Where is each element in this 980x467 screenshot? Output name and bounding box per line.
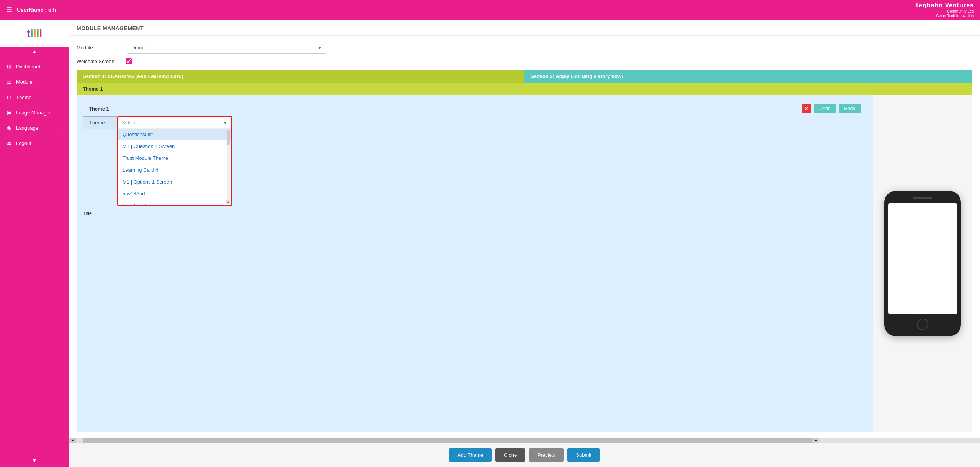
sidebar-item-image-manager[interactable]: ▣ Image Manager (0, 105, 69, 120)
header-left: ☰ UserName : tilli (6, 6, 56, 14)
theme-content: Theme 1 ✕ Undo Redo Theme Select... ▼ (77, 95, 972, 432)
language-icon: ◉ (6, 125, 12, 131)
dropdown-item-2[interactable]: Trust Module Theme (118, 152, 231, 164)
theme-undo-button[interactable]: Undo (814, 104, 836, 113)
hamburger-icon[interactable]: ☰ (6, 6, 12, 14)
theme-row-header: Theme 1 (77, 83, 972, 95)
phone-mockup (884, 191, 961, 336)
welcome-screen-row: Welcome Screen (77, 58, 972, 64)
sidebar-logo: tilli (0, 20, 69, 47)
dropdown-item-4[interactable]: M1 | Options 1 Screen (118, 176, 231, 188)
tilli-logo: tilli (27, 28, 42, 40)
scrollbar-thumb[interactable] (83, 438, 812, 443)
theme-delete-button[interactable]: ✕ (802, 104, 811, 113)
username-display: UserName : tilli (17, 7, 56, 13)
brand-sub2: Clean Tech Innovation (915, 14, 974, 18)
theme-panel: Theme 1 ✕ Undo Redo Theme Select... ▼ (77, 95, 873, 432)
theme-dropdown-list: QuestionsList M1 | Question 4 Screen Tru… (118, 129, 231, 205)
dropdown-item-3[interactable]: Learning Card 4 (118, 164, 231, 176)
section-bars: Section 1: LEARNING (Add Learning Card) … (77, 70, 972, 83)
scroll-right-arrow-icon[interactable]: ▸ (812, 438, 819, 443)
sidebar-scroll-up-arrow[interactable]: ▲ (0, 47, 69, 56)
theme-select-input[interactable]: Select... ▼ (118, 117, 231, 129)
module-select[interactable]: Demo ▼ (127, 42, 326, 54)
theme-icon: ◻ (6, 94, 12, 100)
sidebar-label-language: Language (16, 125, 38, 131)
dropdown-scrollbar (227, 130, 230, 204)
phone-speaker (913, 197, 932, 199)
sidebar-item-language[interactable]: ◉ Language › (0, 120, 69, 135)
sidebar-scroll-down-btn[interactable]: ▼ (28, 456, 41, 465)
logout-icon: ⏏ (6, 140, 12, 146)
module-select-chevron-icon[interactable]: ▼ (314, 43, 326, 53)
sidebar-label-dashboard: Dashboard (16, 64, 41, 70)
dropdown-scroll-down-icon[interactable]: ▼ (226, 200, 230, 204)
submit-button[interactable]: Submit (567, 448, 599, 462)
preview-button[interactable]: Preview (529, 448, 564, 462)
phone-mockup-container (873, 95, 972, 432)
sidebar-label-logout: Logout (16, 140, 31, 146)
add-theme-button[interactable]: Add Theme (449, 448, 492, 462)
sidebar-nav: ⊞ Dashboard ☰ Module ◻ Theme ▣ Image Man… (0, 56, 69, 454)
module-icon: ☰ (6, 79, 12, 85)
phone-home-button (917, 319, 928, 330)
clone-button[interactable]: Clone (495, 448, 525, 462)
title-row: Title (83, 210, 867, 216)
scrollbar-thumb (227, 130, 230, 145)
sidebar-label-module: Module (16, 79, 33, 85)
chevron-right-icon: › (61, 125, 63, 130)
module-form-row: Module Demo ▼ (77, 42, 972, 54)
dropdown-item-6[interactable]: IntroducePersons (118, 200, 231, 205)
title-label: Title (83, 210, 113, 216)
dropdown-item-5[interactable]: nov16Aud (118, 188, 231, 200)
phone-screen (888, 203, 957, 314)
sidebar: tilli ▲ ⊞ Dashboard ☰ Module ◻ Theme ▣ I… (0, 20, 69, 467)
sidebar-item-logout[interactable]: ⏏ Logout (0, 135, 69, 151)
module-select-value: Demo (127, 42, 314, 53)
dropdown-item-1[interactable]: M1 | Question 4 Screen (118, 140, 231, 152)
theme-field-label: Theme (83, 116, 117, 129)
welcome-screen-checkbox[interactable] (126, 58, 132, 64)
module-management-content: Module Demo ▼ Welcome Screen Section 1: … (69, 36, 980, 438)
section-bar-2: Section 2: Apply (Building a story flow) (524, 70, 972, 83)
content-area: MODULE MANAGEMENT Module Demo ▼ Welcome … (69, 20, 980, 467)
dashboard-icon: ⊞ (6, 63, 12, 70)
top-header: ☰ UserName : tilli Teqbahn Ventures Comm… (0, 0, 980, 20)
bottom-toolbar: Add Theme Clone Preview Submit (69, 443, 980, 467)
sidebar-item-dashboard[interactable]: ⊞ Dashboard (0, 59, 69, 74)
page-title: MODULE MANAGEMENT (69, 20, 980, 36)
brand-logo: Teqbahn Ventures Community Led Clean Tec… (915, 2, 974, 18)
theme-selector-row: Theme Select... ▼ QuestionsList M1 | Que… (83, 116, 867, 206)
username-value: tilli (48, 7, 56, 13)
theme-select-placeholder: Select... (122, 120, 220, 125)
scroll-left-arrow-icon[interactable]: ◂ (69, 438, 76, 443)
main-layout: tilli ▲ ⊞ Dashboard ☰ Module ◻ Theme ▣ I… (0, 20, 980, 467)
sidebar-label-image-manager: Image Manager (16, 110, 51, 116)
theme-dropdown-chevron-icon[interactable]: ▼ (220, 120, 227, 125)
theme-panel-title: Theme 1 (89, 106, 109, 112)
username-label: UserName : (17, 7, 48, 13)
sidebar-label-theme: Theme (16, 94, 31, 100)
image-manager-icon: ▣ (6, 109, 12, 116)
sidebar-bottom-arrows: ▼ (0, 454, 69, 467)
content-scrollbar: ◂ ▸ (69, 438, 980, 443)
brand-name: Teqbahn Ventures (915, 2, 974, 9)
brand-sub1: Community Led (915, 9, 974, 14)
module-label: Module (77, 45, 122, 50)
section-bar-1: Section 1: LEARNING (Add Learning Card) (77, 70, 524, 83)
theme-redo-button[interactable]: Redo (839, 104, 861, 113)
theme-panel-header: Theme 1 ✕ Undo Redo (83, 101, 867, 116)
welcome-screen-label: Welcome Screen (77, 59, 122, 64)
sidebar-item-theme[interactable]: ◻ Theme (0, 89, 69, 105)
dropdown-item-0[interactable]: QuestionsList (118, 129, 231, 140)
sidebar-item-module[interactable]: ☰ Module (0, 74, 69, 89)
theme-dropdown-container[interactable]: Select... ▼ QuestionsList M1 | Question … (117, 116, 232, 206)
